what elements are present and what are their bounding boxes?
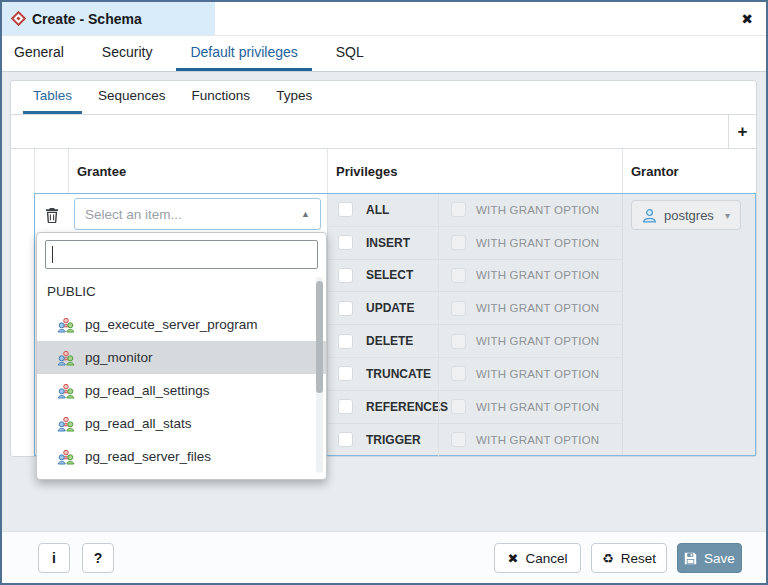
privilege-checkbox-all[interactable] [338,202,353,217]
group-role-icon [57,350,75,366]
grantee-select-placeholder: Select an item... [85,207,301,222]
dropdown-item-label: PUBLIC [47,284,96,299]
with-grant-checkbox-references[interactable] [451,399,466,414]
create-schema-dialog: Create - Schema ✖ General Security Defau… [0,0,768,585]
dropdown-item-label: pg_monitor [85,350,153,365]
subtab-tables[interactable]: Tables [23,81,82,114]
dropdown-search [45,240,318,269]
group-role-icon [57,317,75,333]
with-grant-checkbox-select[interactable] [451,268,466,283]
dropdown-item-public[interactable]: PUBLIC [37,275,326,308]
privilege-label: SELECT [366,268,413,282]
privilege-row-all: ALL WITH GRANT OPTION [328,194,622,227]
with-grant-checkbox-all[interactable] [451,202,466,217]
object-type-tab-bar: Tables Sequences Functions Types [11,81,756,115]
subtab-types[interactable]: Types [266,81,322,114]
privilege-checkbox-references[interactable] [338,399,353,414]
grid-header-grantee: Grantee [69,149,328,193]
reset-label: Reset [621,551,656,566]
dropdown-item-label: pg_execute_server_program [85,317,258,332]
grid-header-grantor: Grantor [623,149,756,193]
privilege-checkbox-delete[interactable] [338,334,353,349]
privilege-label: TRIGGER [366,433,421,447]
privilege-row-references: REFERENCES WITH GRANT OPTION [328,391,622,424]
dropdown-item-pg-read-all-settings[interactable]: pg_read_all_settings [37,374,326,407]
privilege-row-delete: DELETE WITH GRANT OPTION [328,325,622,358]
privilege-row-select: SELECT WITH GRANT OPTION [328,260,622,293]
dropdown-list: PUBLIC pg_execute_server_program [37,275,326,473]
privilege-row-trigger: TRIGGER WITH GRANT OPTION [328,424,622,457]
close-icon: ✖ [508,552,519,565]
tab-security[interactable]: Security [88,36,167,71]
with-grant-checkbox-truncate[interactable] [451,366,466,381]
help-button[interactable]: ? [82,543,114,573]
user-icon [642,208,657,223]
title-bar: Create - Schema ✖ [2,2,766,36]
save-label: Save [704,551,735,566]
title-chip: Create - Schema [2,2,215,35]
with-grant-label: WITH GRANT OPTION [476,269,599,281]
privilege-label: DELETE [366,334,413,348]
privilege-checkbox-insert[interactable] [338,235,353,250]
main-tab-bar: General Security Default privileges SQL [2,36,766,72]
grid-toolbar: + [11,115,756,149]
dropdown-item-label: pg_read_all_stats [85,416,192,431]
dialog-title: Create - Schema [32,11,142,27]
dropdown-scrollbar-thumb[interactable] [316,281,323,393]
privilege-checkbox-truncate[interactable] [338,366,353,381]
with-grant-label: WITH GRANT OPTION [476,237,599,249]
privilege-label: REFERENCES [366,400,448,414]
grantor-value: postgres [664,208,714,223]
group-role-icon [57,449,75,465]
grantor-select[interactable]: postgres ▾ [631,200,741,230]
subtab-functions[interactable]: Functions [182,81,261,114]
grid-header: Grantee Privileges Grantor [34,149,756,193]
with-grant-label: WITH GRANT OPTION [476,434,599,446]
with-grant-checkbox-insert[interactable] [451,235,466,250]
privilege-checkbox-select[interactable] [338,268,353,283]
dropdown-search-input[interactable] [45,240,318,269]
tab-default-privileges[interactable]: Default privileges [176,36,311,71]
save-disk-icon [684,552,697,565]
with-grant-checkbox-trigger[interactable] [451,432,466,447]
sql-info-button[interactable]: i [38,543,70,573]
dropdown-item-pg-read-all-stats[interactable]: pg_read_all_stats [37,407,326,440]
dropdown-item-pg-read-server-files[interactable]: pg_read_server_files [37,440,326,473]
save-button[interactable]: Save [677,543,742,573]
dropdown-item-pg-monitor[interactable]: pg_monitor [37,341,326,374]
reset-icon: ♻ [602,552,614,565]
privilege-row-truncate: TRUNCATE WITH GRANT OPTION [328,358,622,391]
tab-sql[interactable]: SQL [322,36,378,71]
privilege-label: ALL [366,203,389,217]
with-grant-label: WITH GRANT OPTION [476,368,599,380]
grid-header-handle [35,149,69,193]
subtab-sequences[interactable]: Sequences [88,81,176,114]
close-icon[interactable]: ✖ [741,9,753,29]
dropdown-item-pg-execute-server-program[interactable]: pg_execute_server_program [37,308,326,341]
cancel-button[interactable]: ✖ Cancel [494,543,581,573]
with-grant-label: WITH GRANT OPTION [476,204,599,216]
chevron-down-icon: ▾ [725,210,730,221]
add-row-button[interactable]: + [728,115,756,148]
footer-bar: i ? ✖ Cancel ♻ Reset Save [2,531,766,583]
grantee-select[interactable]: Select an item... ▲ [74,198,321,230]
with-grant-label: WITH GRANT OPTION [476,401,599,413]
privilege-label: TRUNCATE [366,367,431,381]
grantee-dropdown: PUBLIC pg_execute_server_program [36,232,327,480]
grantor-cell: postgres ▾ [622,194,755,455]
cancel-label: Cancel [525,551,567,566]
dropdown-item-label: pg_read_server_files [85,449,211,464]
with-grant-checkbox-delete[interactable] [451,334,466,349]
tab-content: Tables Sequences Functions Types + Grant… [2,72,766,531]
text-cursor [52,246,53,263]
with-grant-label: WITH GRANT OPTION [476,335,599,347]
reset-button[interactable]: ♻ Reset [591,543,667,573]
privilege-checkbox-trigger[interactable] [338,432,353,447]
privilege-checkbox-update[interactable] [338,301,353,316]
schema-diamond-icon [11,11,27,27]
tab-general[interactable]: General [14,36,78,71]
with-grant-checkbox-update[interactable] [451,301,466,316]
group-role-icon [57,383,75,399]
chevron-up-icon: ▲ [301,209,310,219]
privilege-label: INSERT [366,236,410,250]
